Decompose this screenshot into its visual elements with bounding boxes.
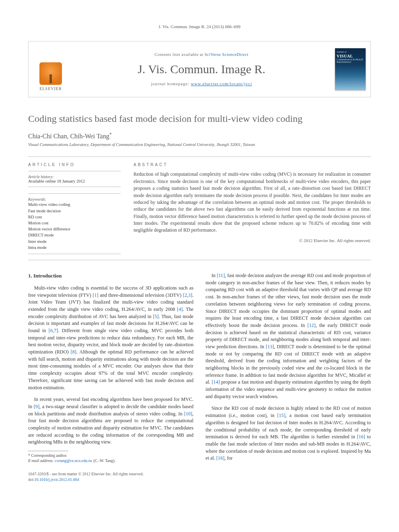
cover-sub-text: Communication & IMAGE Representation xyxy=(337,58,364,63)
body-paragraph: Multi-view video coding is essential to … xyxy=(28,285,193,391)
history-label: Article history: xyxy=(28,175,121,179)
keyword: Motion vector difference xyxy=(28,226,121,232)
article-info-label: ARTICLE INFO xyxy=(28,162,121,167)
author-email-link[interactable]: cwtang@ce.ncu.edu.tw xyxy=(55,458,92,463)
keyword: Multi-view video coding xyxy=(28,201,121,207)
running-head: J. Vis. Commun. Image R. 24 (2013) 686–6… xyxy=(28,24,371,29)
citation-ref[interactable]: [16] xyxy=(357,434,365,440)
keyword: Intra mode xyxy=(28,244,121,251)
abstract-copyright: © 2012 Elsevier Inc. All rights reserved… xyxy=(134,238,371,243)
article-history-block: Article history: Available online 18 Jan… xyxy=(28,171,121,187)
divider xyxy=(28,260,371,260)
body-columns: 1. Introduction Multi-view video coding … xyxy=(28,272,371,482)
abstract-label: ABSTRACT xyxy=(134,162,371,167)
citation-ref[interactable]: [2,3] xyxy=(183,292,192,298)
section-heading-introduction: 1. Introduction xyxy=(28,272,193,280)
authors-line: Chia-Chi Chan, Chih-Wei Tang* xyxy=(28,131,371,140)
authors-names: Chia-Chi Chan, Chih-Wei Tang xyxy=(28,133,109,140)
publisher-logo-area: ELSEVIER xyxy=(29,41,73,97)
cover-top-text: Journal of xyxy=(337,51,364,53)
homepage-prefix: journal homepage: xyxy=(151,82,191,86)
footnote-corr-text: * Corresponding author. xyxy=(28,453,193,458)
email-label: E-mail address: xyxy=(28,458,55,463)
keywords-label: Keywords: xyxy=(28,197,121,201)
cover-title-text: VISUAL xyxy=(337,54,364,58)
citation-ref[interactable]: [9] xyxy=(34,404,39,409)
body-paragraph: Since the RD cost of mode decision is hi… xyxy=(206,405,371,462)
elsevier-logo: ELSEVIER xyxy=(39,62,62,91)
article-title: Coding statistics based fast mode decisi… xyxy=(28,113,371,124)
divider xyxy=(28,156,371,157)
citation-ref[interactable]: [1] xyxy=(93,292,98,298)
abstract-text: Reduction of high computational complexi… xyxy=(134,171,371,234)
citation-ref[interactable]: [15] xyxy=(277,413,285,418)
citation-ref[interactable]: [13] xyxy=(266,344,274,349)
issn-line: 1047-3203/$ - see front matter © 2012 El… xyxy=(28,471,193,477)
citation-ref[interactable]: [4] xyxy=(177,306,183,312)
homepage-line: journal homepage: www.elsevier.com/locat… xyxy=(151,82,252,86)
available-online-date: Available online 18 January 2012 xyxy=(28,179,121,183)
keyword: Inter mode xyxy=(28,238,121,244)
citation-ref[interactable]: [10] xyxy=(184,411,192,417)
citation-ref[interactable]: [12] xyxy=(307,322,315,328)
citation-ref[interactable]: [6,7] xyxy=(49,328,58,333)
front-matter-footer: 1047-3203/$ - see front matter © 2012 El… xyxy=(28,471,193,482)
keyword: Fast mode decision xyxy=(28,208,121,214)
journal-masthead: ELSEVIER Contents lists available at Sci… xyxy=(28,41,371,97)
keywords-list: Multi-view video coding Fast mode decisi… xyxy=(28,201,121,251)
doi-link[interactable]: 10.1016/j.jvcir.2012.01.004 xyxy=(35,477,79,482)
affiliation: Visual Communications Laboratory, Depart… xyxy=(28,142,371,147)
corresponding-author-link[interactable]: * xyxy=(109,131,112,137)
citation-ref[interactable]: [14] xyxy=(212,379,220,385)
keyword: Motion cost xyxy=(28,220,121,226)
keywords-block: Keywords: Multi-view video coding Fast m… xyxy=(28,193,121,254)
citation-ref[interactable]: [5] xyxy=(153,314,158,319)
publisher-name: ELSEVIER xyxy=(39,86,62,91)
journal-title: J. Vis. Commun. Image R. xyxy=(138,62,265,76)
email-attribution: (C.-W. Tang). xyxy=(93,458,115,463)
doi-label: doi: xyxy=(28,477,35,482)
sciencedirect-link[interactable]: SciVerse ScienceDirect xyxy=(204,52,248,57)
citation-ref[interactable]: [11] xyxy=(217,273,225,278)
keyword: RD cost xyxy=(28,214,121,220)
homepage-link[interactable]: www.elsevier.com/locate/jvci xyxy=(191,82,252,86)
footnote-separator xyxy=(28,451,68,451)
keyword: DIRECT mode xyxy=(28,232,121,238)
body-paragraph: In [11], fast mode decision analyzes the… xyxy=(206,272,371,400)
citation-ref[interactable]: [16] xyxy=(216,455,224,461)
contents-lists-line: Contents lists available at SciVerse Sci… xyxy=(154,52,248,57)
body-paragraph: In recent years, several fast encoding a… xyxy=(28,396,193,446)
citation-ref[interactable]: [8] xyxy=(71,349,76,355)
corresponding-author-footnote: * Corresponding author. E-mail address: … xyxy=(28,453,193,463)
lists-prefix: Contents lists available at xyxy=(154,52,204,57)
elsevier-tree-icon xyxy=(39,62,62,85)
journal-cover-thumb: Journal of VISUAL Communication & IMAGE … xyxy=(335,48,366,90)
